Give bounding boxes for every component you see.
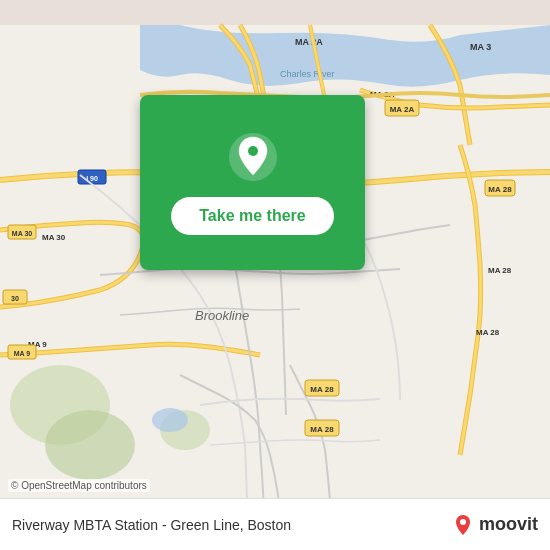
location-icon-wrapper bbox=[227, 131, 279, 187]
svg-text:30: 30 bbox=[11, 295, 19, 302]
take-me-there-button[interactable]: Take me there bbox=[171, 197, 333, 235]
svg-text:MA 2A: MA 2A bbox=[295, 37, 323, 47]
svg-text:Charles River: Charles River bbox=[280, 69, 335, 79]
moovit-pin-icon bbox=[451, 513, 475, 537]
svg-text:MA 3: MA 3 bbox=[470, 42, 491, 52]
svg-point-23 bbox=[152, 408, 188, 432]
svg-text:MA 28: MA 28 bbox=[488, 266, 512, 275]
moovit-brand-name: moovit bbox=[479, 514, 538, 535]
station-name-label: Riverway MBTA Station - Green Line, Bost… bbox=[12, 517, 451, 533]
moovit-logo: moovit bbox=[451, 513, 538, 537]
copyright-text: © OpenStreetMap contributors bbox=[8, 479, 150, 492]
svg-text:MA 2A: MA 2A bbox=[390, 105, 415, 114]
svg-text:MA 30: MA 30 bbox=[12, 230, 32, 237]
map-background: Charles River MA 2A MA 3 MA 2A MA 28 MA … bbox=[0, 0, 550, 550]
svg-text:Brookline: Brookline bbox=[195, 308, 249, 323]
svg-text:MA 28: MA 28 bbox=[488, 185, 512, 194]
svg-text:MA 28: MA 28 bbox=[310, 385, 334, 394]
bottom-bar: Riverway MBTA Station - Green Line, Bost… bbox=[0, 498, 550, 550]
svg-point-21 bbox=[45, 410, 135, 480]
svg-point-33 bbox=[460, 519, 466, 525]
svg-text:MA 28: MA 28 bbox=[310, 425, 334, 434]
svg-text:MA 28: MA 28 bbox=[476, 328, 500, 337]
location-pin-icon bbox=[227, 131, 279, 183]
svg-point-32 bbox=[248, 146, 258, 156]
action-card: Take me there bbox=[140, 95, 365, 270]
svg-text:MA 9: MA 9 bbox=[14, 350, 31, 357]
svg-text:MA 30: MA 30 bbox=[42, 233, 66, 242]
map-container: Charles River MA 2A MA 3 MA 2A MA 28 MA … bbox=[0, 0, 550, 550]
